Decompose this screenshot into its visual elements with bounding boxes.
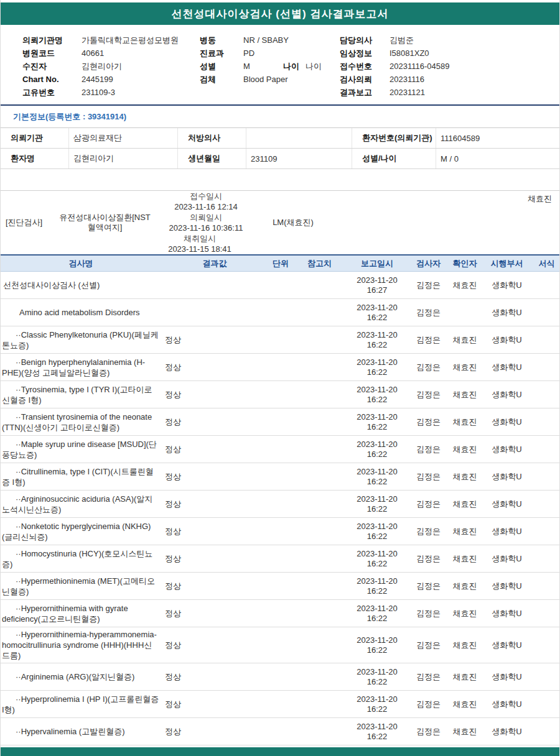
header-field-label: 의뢰기관명	[22, 34, 82, 47]
result-row: ··Nonketotic hyperglycinemia (NKHG)(글리신뇌…	[1, 518, 559, 545]
header-field: 수진자김현리아기	[22, 60, 200, 73]
test-name: ··Hyperornithinemia-hyperammonemia-homoc…	[1, 627, 161, 663]
unit	[268, 612, 293, 615]
result-row: ··Citrullinemia, type I (CIT)(시트룰린혈증 I형)…	[1, 463, 559, 491]
result-row: ··Hyperprolinemia I (HP I)(고프롤린혈증 I형)정상2…	[1, 691, 559, 718]
checker: 채효진	[449, 387, 481, 402]
diagnosis-tag: [진단검사]	[1, 191, 57, 254]
checker: 채효진	[449, 278, 481, 293]
result-row: ··Homocystinuria (HCY)(호모시스틴뇨증)정상2023-11…	[1, 545, 559, 573]
result-row: Amino acid metabolism Disorders2023-11-2…	[1, 299, 559, 326]
diag-datetimes: 접수일시2023-11-16 12:14의뢰일시2023-11-16 10:36…	[153, 191, 259, 254]
header-field-label: 성별	[200, 60, 243, 73]
basic-info-label: 성별/나이	[352, 149, 436, 168]
reference-range	[293, 311, 346, 315]
result-row: ··Maple syrup urine disease [MSUD](단풍당뇨증…	[1, 436, 559, 463]
test-name: ··Classic Phenylketonuria (PKU)(페닐케톤뇨증)	[1, 328, 161, 353]
tester: 김정은	[408, 638, 449, 653]
header-field-value: 231109-3	[82, 86, 115, 99]
reference-range	[293, 448, 346, 451]
basic-info-table: 의뢰기관삼광의료재단처방의사환자번호(의뢰기관)111604589환자명김현리아…	[1, 128, 559, 169]
header-field-label: 수진자	[22, 60, 82, 73]
result-value: 정상	[161, 606, 268, 621]
header-field-value: 20231116-04589	[390, 60, 449, 73]
unit	[268, 338, 293, 342]
header-field-label: 담당의사	[340, 34, 390, 47]
result-value	[161, 284, 268, 287]
unit	[268, 530, 293, 533]
header-field-value: PD	[243, 47, 283, 60]
header-field: 검체Blood Paper	[200, 73, 340, 86]
report-page: 선천성대사이상검사 (선별) 검사결과보고서 의뢰기관명가톨릭대학교은평성모병원…	[0, 0, 560, 756]
header-field-value: 20231116	[390, 73, 424, 86]
test-name: ··Maple syrup urine disease [MSUD](단풍당뇨증…	[1, 437, 161, 462]
unit	[268, 703, 293, 706]
reference-range	[293, 612, 346, 615]
header-field-label: 임상정보	[340, 47, 390, 60]
test-name: ··Hypervalinemia (고발린혈증)	[1, 724, 161, 739]
form	[533, 448, 560, 451]
form	[533, 730, 560, 734]
diag-datetime-label: 의뢰일시	[153, 212, 259, 223]
unit	[268, 730, 293, 734]
reference-range	[293, 366, 346, 369]
department: 생화학U	[481, 579, 533, 594]
header-col-middle: 병동NR / SBABY진료과PD성별M나이나이검체Blood Paper	[200, 34, 340, 99]
form	[533, 366, 560, 369]
form	[533, 311, 560, 315]
report-datetime: 2023-11-20 16:22	[346, 693, 408, 716]
diag-datetime-label: 접수일시	[153, 191, 259, 201]
test-name: ··Nonketotic hyperglycinemia (NKHG)(글리신뇌…	[1, 519, 161, 544]
header-field-value: NR / SBABY	[243, 34, 289, 47]
checker	[449, 311, 481, 315]
header-field-value: 20231121	[390, 86, 425, 99]
basic-info-value	[246, 128, 352, 148]
header-field-value: Blood Paper	[243, 73, 288, 86]
header-field: 성별M나이나이	[200, 60, 340, 73]
tester: 김정은	[408, 278, 449, 293]
checker: 채효진	[449, 415, 481, 430]
checker: 채효진	[449, 724, 481, 739]
header-field-label: 검사의뢰	[340, 73, 390, 86]
result-value: 정상	[161, 579, 268, 594]
reference-range	[293, 675, 346, 679]
header-field-value: 가톨릭대학교은평성모병원	[82, 34, 179, 47]
department: 생화학U	[481, 497, 533, 512]
unit	[268, 502, 293, 506]
result-value: 정상	[161, 442, 268, 457]
department: 생화학U	[481, 415, 533, 430]
tester: 김정은	[408, 469, 449, 484]
diagnosis-bar: [진단검사] 유전성대사이상질환[NST 혈액여지] 접수일시2023-11-1…	[1, 190, 559, 254]
report-datetime: 2023-11-20 16:27	[346, 274, 408, 297]
header-field-label: 진료과	[200, 47, 243, 60]
header-field-value: 김범준	[390, 34, 414, 47]
basic-info-row: 환자명김현리아기생년월일231109성별/나이M / 0	[1, 149, 559, 169]
reference-range	[293, 502, 346, 506]
results-header: 검사명결과값단위참고치보고일시검사자확인자시행부서서식	[1, 254, 559, 272]
checker: 채효진	[449, 670, 481, 685]
basic-info-value: 김현리아기	[69, 149, 178, 168]
tester: 김정은	[408, 333, 449, 348]
result-value	[161, 311, 268, 315]
header-field: 의뢰기관명가톨릭대학교은평성모병원	[22, 34, 200, 47]
tester: 김정은	[408, 724, 449, 739]
form	[533, 502, 560, 506]
checker: 채효진	[449, 579, 481, 594]
header-field-label: 고유번호	[22, 86, 82, 99]
reference-range	[293, 420, 346, 424]
basic-info-label: 생년월일	[178, 149, 246, 168]
result-value: 정상	[161, 524, 268, 539]
diagnosis-lm: LM(채효진)	[259, 191, 327, 254]
tester: 김정은	[408, 442, 449, 457]
header-field: 접수번호20231116-04589	[340, 60, 559, 73]
checker: 채효진	[449, 469, 481, 484]
reference-range	[293, 338, 346, 342]
header-field-value: 2445199	[82, 73, 113, 86]
form	[533, 420, 560, 424]
report-title-bar: 선천성대사이상검사 (선별) 검사결과보고서	[1, 2, 559, 25]
unit	[268, 557, 293, 561]
patient-header: 의뢰기관명가톨릭대학교은평성모병원병원코드40661수진자김현리아기Chart …	[1, 25, 559, 104]
results-column-header: 서식	[533, 258, 560, 269]
tester: 김정은	[408, 305, 449, 320]
unit	[268, 675, 293, 679]
